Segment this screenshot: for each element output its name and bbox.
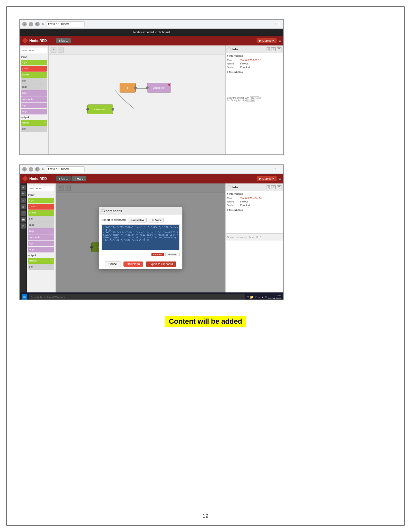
taskbar-folder-icon-2[interactable]: 📁	[250, 295, 254, 299]
info-tab-bug-1[interactable]: ⚐	[271, 47, 276, 51]
info-tab-i-1[interactable]: i	[267, 47, 270, 51]
left-icon-clock[interactable]: ⏱	[21, 223, 26, 229]
node-udp-2[interactable]: udp	[28, 247, 54, 252]
deploy-label-2: Deploy	[262, 177, 271, 180]
address-bar-1[interactable]: 127.0.0.1:1880/#	[46, 21, 85, 27]
node-udp-1[interactable]: udp	[21, 109, 47, 114]
node-catch-1[interactable]: ! catch	[21, 66, 47, 72]
info-tab-list-2[interactable]: ☰	[277, 185, 281, 189]
toolbar-plus-1[interactable]: +	[51, 47, 56, 53]
windows-icon-2[interactable]: ⊞	[22, 294, 27, 300]
node-websocket-2[interactable]: websocket	[28, 234, 54, 240]
taskbar-search-2[interactable]	[29, 294, 245, 300]
catch-label-2: catch	[31, 205, 37, 208]
nr-tab-flow2-2[interactable]: Flow 2	[72, 176, 87, 181]
node-tcp-1[interactable]: tcp	[21, 103, 47, 108]
left-icon-heart[interactable]: ♡	[21, 211, 26, 216]
modal-compact-tab[interactable]: compact	[151, 253, 164, 256]
info-name-label-2: Name	[227, 200, 238, 203]
node-inject-1[interactable]: inject	[21, 60, 47, 65]
modal-export-clipboard-btn[interactable]: Export to clipboard	[146, 261, 176, 267]
node-link-in-1[interactable]: link	[21, 78, 47, 84]
filter-input-2[interactable]	[28, 186, 54, 191]
nr-main-1: input inject ! catch status link mqtt ht…	[20, 45, 283, 154]
modal-overlay-2: Export nodes Export to clipboard current…	[56, 183, 225, 292]
nr-info-1: ⓘ Info i ⚐ ☰ ▾ Information Flow "9ac6d27…	[225, 45, 283, 154]
menu-icon-1[interactable]: ⋮	[278, 23, 281, 26]
modal-current-flow-btn[interactable]: current flow	[128, 218, 147, 222]
node-tcp-2[interactable]: tcp	[28, 241, 54, 246]
forward-btn-2[interactable]: ›	[29, 167, 33, 172]
star-icon-1[interactable]: ☆	[274, 23, 277, 26]
node-mqtt-2[interactable]: mqtt	[28, 222, 54, 228]
info-tab-i-2[interactable]: i	[267, 185, 270, 189]
node-mqtt-1[interactable]: mqtt	[21, 84, 47, 90]
deploy-btn-2[interactable]: ▶ Deploy ▾	[257, 176, 277, 181]
canvas-websocket-1[interactable]: websocket	[147, 83, 171, 93]
debug-icon-1: ≡	[44, 121, 46, 124]
modal-cancel-btn[interactable]: Cancel	[105, 261, 121, 267]
left-icon-grid[interactable]: ⊞	[21, 204, 26, 209]
node-debug-1[interactable]: debug ≡	[21, 120, 47, 126]
info-desc-area-1	[227, 75, 282, 94]
left-icon-search[interactable]: 🔍	[21, 191, 26, 196]
browser-bar-2: ‹ › ↻ ⊕ 127.0.0.1:1880/# ☆ ⋮	[20, 165, 283, 174]
browser-icon-2: ⊕	[42, 168, 44, 171]
menu-icon-2[interactable]: ⋮	[278, 168, 281, 171]
node-inject-2[interactable]: inject	[28, 198, 54, 203]
modal-json-textarea[interactable]: {"id":"9ac6d273.0552a","name":"","x":804…	[102, 224, 180, 250]
node-http-2[interactable]: http	[28, 228, 54, 234]
back-btn-1[interactable]: ‹	[22, 22, 27, 26]
filter-input-1[interactable]	[21, 48, 47, 53]
hamburger-icon-2[interactable]: ≡	[279, 176, 281, 181]
canvas-timestamp-1[interactable]: timestamp	[87, 104, 113, 114]
node-catch-2[interactable]: ! catch	[28, 204, 54, 210]
nr-logo-2: Node-RED	[22, 176, 47, 182]
node-websocket-1[interactable]: websocket	[21, 96, 47, 102]
modal-title-text: Export nodes	[102, 209, 122, 213]
info-tab-bug-2[interactable]: ⚐	[271, 185, 276, 189]
modal-all-flows-btn[interactable]: all flows	[149, 218, 163, 222]
nr-tab-flow1-1[interactable]: Flow 1	[56, 38, 71, 43]
node-debug-2[interactable]: debug ≡	[28, 258, 54, 264]
page-number: 19	[0, 513, 411, 519]
toolbar-list-1[interactable]: ≡	[58, 47, 64, 53]
catch-label-1: catch	[24, 67, 30, 70]
catch-icon-2: !	[29, 205, 30, 208]
refresh-btn-1[interactable]: ↻	[35, 22, 40, 26]
nr-tab-flow1-2[interactable]: Flow 1	[56, 176, 71, 181]
left-icon-book[interactable]: 📖	[21, 217, 26, 222]
star-icon-2[interactable]: ☆	[274, 168, 277, 171]
forward-btn-1[interactable]: ›	[29, 22, 33, 26]
refresh-btn-2[interactable]: ↻	[35, 167, 40, 172]
node-link-out-1[interactable]: link	[21, 126, 47, 132]
address-bar-2[interactable]: 127.0.0.1:1880/#	[46, 166, 85, 172]
node-http-1[interactable]: http	[21, 90, 47, 96]
info-flow-value-2: "9ac6d273.d04c2a"	[240, 197, 262, 200]
node-status-1[interactable]: status	[21, 72, 47, 78]
taskbar-edge-icon-2[interactable]: e	[255, 295, 257, 299]
node-link-out-2[interactable]: link	[28, 264, 54, 270]
udp-label-2: udp	[29, 248, 34, 251]
back-btn-2[interactable]: ‹	[22, 167, 27, 172]
left-icon-home[interactable]: ⊞	[21, 185, 26, 190]
info-tab-list-1[interactable]: ☰	[277, 47, 281, 51]
left-icon-arrow[interactable]: →	[21, 198, 26, 203]
taskbar-red-icon-2[interactable]: ●	[258, 295, 260, 299]
node-link-in-2[interactable]: link	[28, 216, 54, 222]
canvas-area-1[interactable]: ƒ websocket timestamp	[49, 54, 225, 154]
node-status-2[interactable]: status	[28, 210, 54, 216]
info-header-icons-2: i ⚐ ☰	[267, 185, 281, 189]
nr2-left-icons: ⊞ 🔍 → ⊞ ♡ 📖 ⏱	[20, 183, 27, 292]
canvas-function-1[interactable]: ƒ	[120, 83, 136, 93]
modal-download-btn[interactable]: Download	[123, 261, 143, 267]
hamburger-icon-1[interactable]: ≡	[279, 38, 281, 43]
tcp-label-2: tcp	[29, 242, 33, 245]
modal-formatted-tab[interactable]: formatted	[165, 253, 180, 256]
taskbar-app-icon-2[interactable]: □	[247, 295, 249, 299]
info-desc-label-2: Description	[229, 209, 243, 212]
browser-bar-1: ‹ › ↻ ⊕ 127.0.0.1:1880/# ☆ ⋮	[20, 20, 283, 29]
deploy-btn-1[interactable]: ▶ Deploy ▾	[257, 38, 277, 43]
info-information-title-2: ▾ Information	[227, 192, 282, 195]
info-header-2: ⓘ Info i ⚐ ☰	[226, 183, 283, 191]
